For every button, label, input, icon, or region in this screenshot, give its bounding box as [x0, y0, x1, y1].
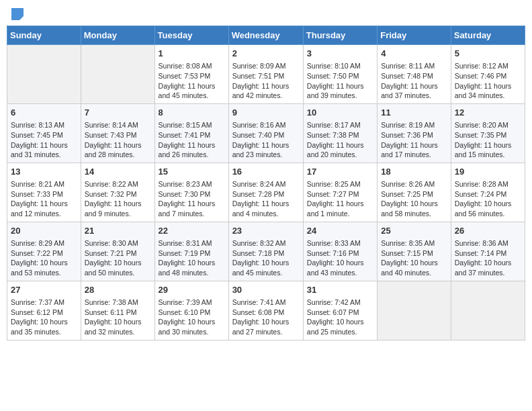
calendar-cell: [378, 281, 451, 340]
day-info: Sunset: 7:40 PM: [232, 130, 300, 140]
day-info: Daylight: 10 hours and 27 minutes.: [232, 317, 300, 336]
day-number: 15: [159, 166, 225, 178]
day-number: 24: [307, 225, 373, 237]
day-info: Sunset: 7:43 PM: [85, 130, 151, 140]
day-info: Sunset: 7:28 PM: [232, 189, 300, 199]
day-info: Sunrise: 8:23 AM: [159, 179, 225, 189]
day-number: 14: [85, 166, 151, 178]
day-info: Sunrise: 8:31 AM: [159, 238, 225, 248]
day-info: Sunrise: 8:35 AM: [381, 238, 447, 248]
day-info: Sunrise: 7:37 AM: [11, 298, 77, 308]
day-info: Sunset: 7:46 PM: [455, 71, 521, 81]
calendar-cell: 18Sunrise: 8:26 AMSunset: 7:25 PMDayligh…: [378, 163, 451, 222]
day-info: Sunset: 7:18 PM: [232, 248, 300, 259]
calendar-cell: 15Sunrise: 8:23 AMSunset: 7:30 PMDayligh…: [154, 163, 228, 222]
day-info: Sunset: 7:21 PM: [85, 248, 151, 259]
day-info: Sunset: 7:16 PM: [307, 248, 373, 259]
calendar-cell: 20Sunrise: 8:29 AMSunset: 7:22 PMDayligh…: [7, 222, 81, 281]
day-number: 30: [232, 284, 300, 296]
day-info: Sunrise: 8:29 AM: [11, 238, 77, 248]
day-info: Sunset: 7:50 PM: [307, 71, 373, 81]
day-info: Daylight: 10 hours and 25 minutes.: [307, 317, 373, 336]
calendar-cell: 7Sunrise: 8:14 AMSunset: 7:43 PMDaylight…: [81, 103, 154, 163]
calendar-cell: 12Sunrise: 8:20 AMSunset: 7:35 PMDayligh…: [451, 103, 525, 163]
col-header-friday: Friday: [378, 26, 451, 45]
logo-icon: [10, 7, 25, 21]
calendar-week-row: 20Sunrise: 8:29 AMSunset: 7:22 PMDayligh…: [7, 222, 525, 281]
calendar-cell: 24Sunrise: 8:33 AMSunset: 7:16 PMDayligh…: [303, 222, 377, 281]
day-info: Sunset: 7:32 PM: [85, 189, 151, 199]
day-info: Sunset: 6:12 PM: [11, 308, 77, 318]
day-number: 29: [159, 284, 225, 296]
day-info: Daylight: 11 hours and 1 minute.: [307, 199, 373, 218]
day-info: Sunrise: 8:26 AM: [381, 179, 447, 189]
calendar-week-row: 27Sunrise: 7:37 AMSunset: 6:12 PMDayligh…: [7, 281, 525, 340]
day-number: 23: [232, 225, 300, 237]
day-number: 26: [455, 225, 521, 237]
day-info: Daylight: 11 hours and 26 minutes.: [159, 140, 225, 160]
day-number: 3: [307, 48, 373, 60]
day-info: Sunrise: 7:38 AM: [85, 298, 151, 308]
day-info: Daylight: 11 hours and 28 minutes.: [85, 140, 151, 160]
calendar-cell: 14Sunrise: 8:22 AMSunset: 7:32 PMDayligh…: [81, 163, 154, 222]
calendar-cell: 4Sunrise: 8:11 AMSunset: 7:48 PMDaylight…: [378, 45, 451, 104]
col-header-sunday: Sunday: [7, 26, 81, 45]
calendar-cell: 13Sunrise: 8:21 AMSunset: 7:33 PMDayligh…: [7, 163, 81, 222]
day-info: Sunrise: 8:32 AM: [232, 238, 300, 248]
day-info: Sunset: 7:45 PM: [11, 130, 77, 140]
day-number: 6: [11, 107, 77, 119]
day-info: Daylight: 11 hours and 9 minutes.: [85, 199, 151, 218]
day-number: 13: [11, 166, 77, 178]
calendar-cell: 27Sunrise: 7:37 AMSunset: 6:12 PMDayligh…: [7, 281, 81, 340]
day-info: Sunset: 7:35 PM: [455, 130, 521, 140]
calendar-header-row: SundayMondayTuesdayWednesdayThursdayFrid…: [7, 26, 525, 45]
day-info: Sunset: 7:41 PM: [159, 130, 225, 140]
day-info: Daylight: 11 hours and 7 minutes.: [159, 199, 225, 218]
day-number: 10: [307, 107, 373, 119]
day-info: Sunset: 7:15 PM: [381, 248, 447, 259]
day-info: Sunrise: 8:13 AM: [11, 120, 77, 130]
day-number: 1: [159, 48, 225, 60]
calendar-cell: 31Sunrise: 7:42 AMSunset: 6:07 PMDayligh…: [303, 281, 377, 340]
day-info: Sunset: 7:38 PM: [307, 130, 373, 140]
day-number: 5: [455, 48, 521, 60]
day-info: Daylight: 11 hours and 17 minutes.: [381, 140, 447, 160]
day-info: Daylight: 11 hours and 15 minutes.: [455, 140, 521, 160]
calendar-cell: 28Sunrise: 7:38 AMSunset: 6:11 PMDayligh…: [81, 281, 154, 340]
day-number: 19: [455, 166, 521, 178]
calendar-cell: 16Sunrise: 8:24 AMSunset: 7:28 PMDayligh…: [228, 163, 303, 222]
day-info: Sunset: 7:36 PM: [381, 130, 447, 140]
day-number: 8: [159, 107, 225, 119]
day-info: Sunrise: 7:42 AM: [307, 298, 373, 308]
day-info: Daylight: 11 hours and 45 minutes.: [159, 81, 225, 101]
calendar-cell: 8Sunrise: 8:15 AMSunset: 7:41 PMDaylight…: [154, 103, 228, 163]
day-info: Daylight: 11 hours and 4 minutes.: [232, 199, 300, 218]
day-number: 20: [11, 225, 77, 237]
day-info: Daylight: 10 hours and 45 minutes.: [232, 258, 300, 277]
calendar-week-row: 13Sunrise: 8:21 AMSunset: 7:33 PMDayligh…: [7, 163, 525, 222]
col-header-saturday: Saturday: [451, 26, 525, 45]
calendar-week-row: 1Sunrise: 8:08 AMSunset: 7:53 PMDaylight…: [7, 45, 525, 104]
day-info: Sunrise: 8:16 AM: [232, 120, 300, 130]
day-number: 21: [85, 225, 151, 237]
day-info: Daylight: 11 hours and 42 minutes.: [232, 81, 300, 101]
day-info: Sunset: 7:22 PM: [11, 248, 77, 259]
calendar-cell: 23Sunrise: 8:32 AMSunset: 7:18 PMDayligh…: [228, 222, 303, 281]
calendar-cell: 19Sunrise: 8:28 AMSunset: 7:24 PMDayligh…: [451, 163, 525, 222]
day-number: 16: [232, 166, 300, 178]
day-number: 28: [85, 284, 151, 296]
day-number: 7: [85, 107, 151, 119]
day-number: 18: [381, 166, 447, 178]
calendar-cell: 10Sunrise: 8:17 AMSunset: 7:38 PMDayligh…: [303, 103, 377, 163]
day-info: Daylight: 10 hours and 50 minutes.: [85, 258, 151, 277]
day-info: Sunset: 7:33 PM: [11, 189, 77, 199]
calendar-cell: 22Sunrise: 8:31 AMSunset: 7:19 PMDayligh…: [154, 222, 228, 281]
col-header-monday: Monday: [81, 26, 154, 45]
day-info: Daylight: 10 hours and 43 minutes.: [307, 258, 373, 277]
day-info: Sunset: 6:11 PM: [85, 308, 151, 318]
day-info: Daylight: 10 hours and 53 minutes.: [11, 258, 77, 277]
calendar-cell: 5Sunrise: 8:12 AMSunset: 7:46 PMDaylight…: [451, 45, 525, 104]
day-info: Sunset: 7:53 PM: [159, 71, 225, 81]
calendar-cell: 6Sunrise: 8:13 AMSunset: 7:45 PMDaylight…: [7, 103, 81, 163]
col-header-wednesday: Wednesday: [228, 26, 303, 45]
